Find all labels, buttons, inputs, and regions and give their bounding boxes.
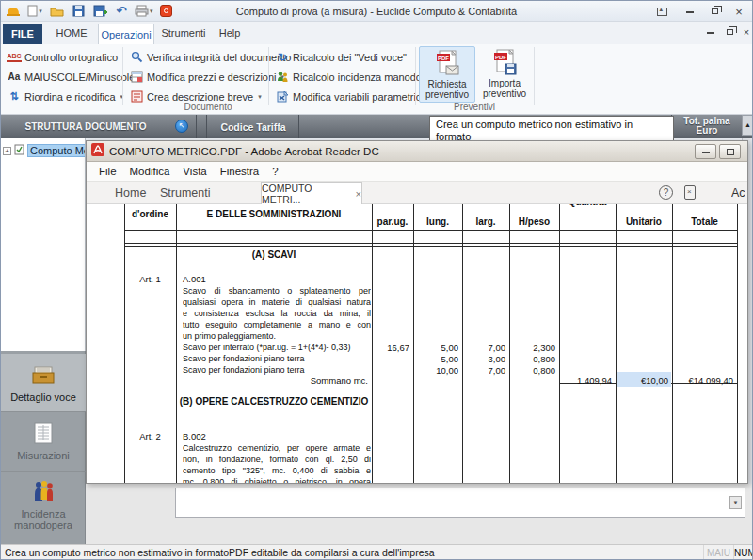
bottom-panel: ▼: [86, 484, 753, 544]
tab-help[interactable]: Help: [214, 22, 246, 44]
record-tool-icon[interactable]: [158, 3, 175, 20]
pdf-text-line: e consistenza esclusa la roccia da mina,…: [183, 309, 371, 320]
pdf-col-header: larg.: [462, 216, 509, 227]
dropdown-icon: ▼: [733, 500, 739, 505]
acrobat-title-bar[interactable]: COMPUTO METRICO.PDF - Adobe Acrobat Read…: [87, 141, 747, 162]
column-header-totale: Tot. palmaEuro: [673, 117, 741, 136]
sidebar-item-label: Incidenzamanodopera: [14, 508, 72, 531]
pdf-value: 2,300: [509, 343, 555, 353]
mdi-restore-button[interactable]: [720, 24, 739, 40]
tab-operazioni[interactable]: Operazioni: [98, 24, 154, 44]
sidebar-item-dettaglio-voce[interactable]: Dettaglio voce: [1, 354, 86, 412]
collapse-ribbon-button[interactable]: [652, 4, 671, 19]
new-document-button[interactable]: ▾: [26, 3, 43, 20]
minimize-button[interactable]: [681, 4, 699, 19]
importa-preventivo-button[interactable]: PDF Importa preventivo: [479, 46, 530, 103]
pdf-totale-value: €14.099,40: [672, 376, 733, 386]
acrobat-tab-document[interactable]: COMPUTO METRI... ×: [261, 182, 362, 204]
richiesta-preventivo-button[interactable]: PDF Richiesta preventivo: [419, 46, 475, 103]
print-button[interactable]: ▾: [135, 3, 153, 20]
tab-file[interactable]: FILE: [3, 24, 42, 44]
close-button[interactable]: ×: [729, 4, 748, 19]
workers-icon: [276, 71, 289, 84]
menu-vista[interactable]: Vista: [176, 162, 213, 182]
pdf-col-header: Totale: [672, 216, 737, 227]
status-bar: Crea un computo metrico non estimativo i…: [1, 544, 753, 560]
close-tab-icon[interactable]: ×: [356, 188, 361, 200]
collapse-ribbon-icon: [657, 8, 667, 16]
uppercase-button[interactable]: AaMAIUSCOLE/Minuscole: [5, 67, 137, 87]
undo-button[interactable]: ↶: [113, 3, 130, 20]
acrobat-minimize-button[interactable]: [695, 144, 716, 159]
mdi-restore-icon: [727, 29, 733, 35]
save-as-button[interactable]: [91, 3, 108, 20]
menu-file[interactable]: File: [92, 162, 123, 182]
open-button[interactable]: [48, 3, 65, 20]
restore-button[interactable]: [705, 4, 724, 19]
pdf-col-header: E DELLE SOMMINISTRAZIONI: [176, 209, 372, 219]
pdf-measure-desc: Scavo per interrato (*par.ug. = 1+(4*4)-…: [183, 343, 351, 352]
pdf-value: 7,00: [462, 343, 505, 353]
group-label-preventivi: Preventivi: [415, 102, 534, 112]
mobile-device-icon[interactable]: [684, 185, 696, 200]
sidebar-item-misurazioni[interactable]: Misurazioni: [1, 412, 86, 472]
mdi-close-icon: ×: [744, 26, 749, 38]
ribbon-tab-row: FILE HOME Operazioni Strumenti Help ×: [1, 22, 753, 44]
acrobat-minimize-icon: [702, 150, 710, 153]
tab-strumenti[interactable]: Strumenti: [158, 22, 209, 44]
description-dropdown-button[interactable]: ▼: [729, 496, 742, 509]
panel-pin-icon[interactable]: ↖: [175, 120, 188, 133]
pdf-text-line: tutto eseguito completamente a mano e co…: [183, 320, 371, 331]
document-structure-tree: + Computo Metri: [1, 138, 86, 351]
tab-home[interactable]: HOME: [50, 22, 93, 44]
restore-icon: [712, 8, 718, 14]
spellcheck-button[interactable]: ABCControllo ortografico: [5, 47, 137, 67]
status-num-indicator: NUM: [733, 545, 753, 560]
pdf-value: 7,00: [462, 365, 505, 376]
acrobat-tab-home[interactable]: Home: [115, 182, 146, 204]
menu-finestra[interactable]: Finestra: [214, 162, 266, 182]
acrobat-maximize-button[interactable]: [719, 144, 741, 159]
left-sidebar: Dettaglio voce Misurazioni Incidenzamano…: [1, 351, 86, 544]
spellcheck-icon: ABC: [8, 51, 21, 64]
pdf-measure-desc: Scavo per fondazioni piano terra: [183, 365, 305, 375]
acrobat-maximize-icon: [727, 149, 734, 155]
pdf-value: 3,00: [462, 354, 505, 364]
sidebar-item-incidenza-manodopera[interactable]: Incidenzamanodopera: [1, 472, 86, 539]
pdf-value: 0,800: [509, 365, 555, 376]
pdf-text-line: qualsiasi opera in materie di qualsiasi …: [183, 297, 371, 309]
description-field[interactable]: ▼: [175, 488, 745, 518]
scroll-up-button[interactable]: ▲: [742, 115, 753, 136]
acrobat-window-title: COMPUTO METRICO.PDF - Adobe Acrobat Read…: [109, 146, 379, 157]
acrobat-window: COMPUTO METRICO.PDF - Adobe Acrobat Read…: [86, 140, 748, 484]
menu-modifica[interactable]: Modifica: [123, 162, 177, 182]
mdi-close-button[interactable]: ×: [737, 24, 753, 40]
pdf-section-b: (B) OPERE CALCESTRUZZO CEMENTIZIO: [176, 396, 372, 407]
mdi-minimize-button[interactable]: [701, 24, 720, 40]
title-bar: ▾ ↶ ▾: [1, 1, 753, 22]
pdf-request-icon: PDF: [435, 49, 459, 79]
acrobat-menu-bar: File Modifica Vista Finestra ?: [87, 162, 747, 182]
save-button[interactable]: [70, 3, 87, 20]
mdi-minimize-icon: [707, 30, 714, 34]
pdf-content: d'ordine E DELLE SOMMINISTRAZIONI par.ug…: [87, 204, 747, 483]
close-icon: ×: [735, 5, 743, 19]
sign-in-link[interactable]: Ac: [731, 182, 748, 204]
help-icon[interactable]: ?: [659, 185, 673, 200]
pdf-quantita-value: 1.409,94: [559, 376, 612, 386]
refresh-icon: ↻: [276, 51, 289, 64]
acrobat-tab-strumenti[interactable]: Strumenti: [160, 182, 211, 204]
pdf-text-line: un primo paleggiamento.: [183, 331, 371, 341]
pdf-text-line: Calcestruzzo cementizio, per opere armat…: [183, 443, 371, 455]
pdf-text-line: Scavo di sbancamento o splateamento per: [183, 286, 371, 297]
pdf-col-header: d'ordine: [124, 209, 176, 219]
acrobat-logo-icon: [91, 143, 104, 160]
status-maiu-indicator: MAIU: [703, 545, 733, 560]
tree-expand-icon[interactable]: +: [3, 147, 11, 155]
pdf-art1-code: A.001: [183, 274, 206, 284]
group-label-documento: Documento: [1, 102, 415, 112]
tree-item-computo[interactable]: + Computo Metri: [3, 142, 86, 159]
pdf-text-line: mc. 0,800 di ghiaietto o pietrisco, in o…: [183, 477, 371, 483]
pdf-section-a: (A) SCAVI: [176, 249, 372, 260]
menu-help[interactable]: ?: [265, 162, 284, 182]
